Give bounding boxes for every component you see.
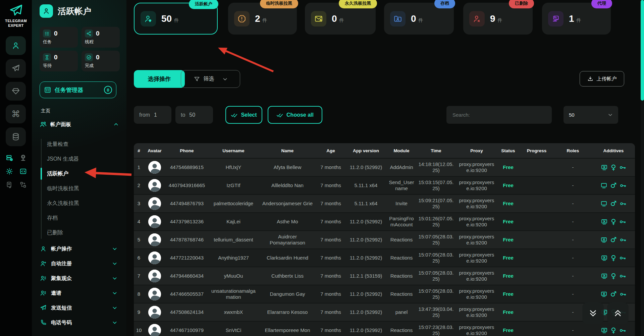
phone-cell: 447494876793 <box>165 201 208 207</box>
table-row[interactable]: 24407943916665IzGTIfAlllelddlto Nan7 mon… <box>134 176 635 194</box>
avatar-image <box>148 179 161 192</box>
username-cell: yMuuOu <box>208 273 259 279</box>
avatar-image <box>148 270 161 282</box>
rail-item-gem[interactable] <box>6 82 26 101</box>
sidebar-group-帐户操作[interactable]: 帐户操作 <box>40 241 119 256</box>
stat-label: 等待 <box>43 63 74 69</box>
sidebar-item-home[interactable]: 主页 <box>41 108 50 114</box>
rail-item-database[interactable] <box>6 127 26 146</box>
avatar-image <box>148 233 161 246</box>
additives-cell: ♀ <box>591 255 635 262</box>
command-icon: ⌘ <box>11 110 20 118</box>
age-cell: 7 months <box>316 237 345 243</box>
search-input[interactable] <box>452 112 546 118</box>
sidebar-item-已删除[interactable]: 已删除 <box>41 225 119 240</box>
summary-card-活跃帐户[interactable]: 活跃帐户50件 <box>134 3 218 35</box>
rail-item-command[interactable]: ⌘ <box>6 105 26 123</box>
row-number: 6 <box>134 255 144 261</box>
scroll-to-top-button[interactable] <box>607 302 629 324</box>
paper-plane-icon <box>40 304 47 311</box>
task-manager-button[interactable]: 任务管理器 0 <box>40 81 116 98</box>
summary-card-临时洗板拉黑[interactable]: 临时洗板拉黑2件 <box>228 3 297 35</box>
card-pill-label: 临时洗板拉黑 <box>260 0 298 8</box>
folder-person-icon <box>390 11 406 26</box>
table-row[interactable]: 7447944660434yMuuOuCuthbertx Liss7 month… <box>134 267 635 285</box>
rail-tool-person-node[interactable] <box>19 154 27 163</box>
select-action-button[interactable]: 选择操作 <box>134 70 185 88</box>
stat-label: 任务 <box>43 39 74 45</box>
proxy-server-icon <box>548 11 564 26</box>
age-cell: 7 months <box>316 273 345 279</box>
sidebar-item-批量检查[interactable]: 批量检查 <box>41 137 119 152</box>
range-to-input[interactable]: to 50 <box>175 106 213 124</box>
scrollbar-thumb[interactable] <box>641 0 644 101</box>
people-icon <box>40 121 47 128</box>
sidebar-item-临时洗板拉黑[interactable]: 临时洗板拉黑 <box>41 181 119 196</box>
table-row[interactable]: 9447508624134xwxmbXElararraro Kesoso7 mo… <box>134 303 635 321</box>
range-from-input[interactable]: from 1 <box>134 106 171 124</box>
male-icon: ♂ <box>610 200 617 207</box>
rail-tool-swap-boxes[interactable] <box>19 181 27 190</box>
sidebar-group-电话号码[interactable]: 电话号码 <box>40 315 119 330</box>
module-cell: Invite <box>387 201 416 207</box>
summary-card-代理[interactable]: 代理1件 <box>542 3 611 35</box>
stat-value: 0 <box>54 30 58 37</box>
chevron-up-icon <box>113 122 119 127</box>
row-number: 1 <box>134 164 144 170</box>
roles-cell: - <box>554 273 591 279</box>
time-cell: 15:03:15(07.05.25) <box>416 179 456 192</box>
sidebar-item-活跃帐户[interactable]: 活跃帐户 <box>41 166 119 181</box>
table-row[interactable]: 3447494876793palmettocoleridgeAndersonja… <box>134 194 635 212</box>
summary-card-存档[interactable]: 存档0件 <box>384 3 454 35</box>
additives-cell: ♀ <box>591 164 635 171</box>
filter-dropdown[interactable]: 筛选 <box>181 70 240 88</box>
page-title: 活跃帐户 <box>58 6 91 17</box>
column-header-app-version: App version <box>345 148 387 153</box>
sidebar-item-存档[interactable]: 存档 <box>41 211 119 225</box>
rail-item-person[interactable] <box>6 36 26 55</box>
table-row[interactable]: 8447466505537unsaturationamalgamationDan… <box>134 285 635 303</box>
status-badge: Free <box>503 164 514 170</box>
table-row[interactable]: 1447546889615HfUxjYAfyta Bellew7 months1… <box>134 158 635 176</box>
name-cell: Auidrcer Pomayrariarson <box>259 234 316 246</box>
choose-all-button[interactable]: Choose all <box>268 106 322 124</box>
row-number: 9 <box>134 309 144 315</box>
task-manager-badge: 0 <box>104 86 112 94</box>
rail-tool-code-window[interactable] <box>19 168 27 176</box>
stat-value: 0 <box>96 30 100 37</box>
select-range-button[interactable]: Select <box>225 106 262 124</box>
status-badge: Free <box>503 237 514 242</box>
paper-plane-icon <box>11 64 20 73</box>
rail-item-paper-plane[interactable] <box>6 59 26 78</box>
table-row[interactable]: 5447878768746tellurium_dassentAuidrcer P… <box>134 230 635 248</box>
table-row[interactable]: 10447467100979SnVtCiEllartemporeee Mon7 … <box>134 321 635 336</box>
sidebar-group-邀请[interactable]: 邀请 <box>40 286 119 300</box>
sidebar-group-发送短信[interactable]: 发送短信 <box>40 300 119 315</box>
app-logo: TELEGRAMEXPERT <box>0 3 32 28</box>
app-window: TELEGRAMEXPERT ⌘ 活跃帐户 0任务0线程0等待0完成 任务管理器… <box>0 0 644 336</box>
sidebar-group-account-panel[interactable]: 帐户面板 <box>40 121 119 128</box>
key-icon <box>619 164 626 171</box>
time-cell: 15:07:05(28.03.25) <box>416 288 456 300</box>
rail-tool-doc-check[interactable] <box>6 181 13 190</box>
age-cell: 7 months <box>316 219 345 225</box>
rail-tool-server-check[interactable] <box>6 154 13 163</box>
group-label: 发送短信 <box>51 304 72 312</box>
group-label: 自动注册 <box>51 260 72 267</box>
summary-card-已删除[interactable]: 已删除9件 <box>463 3 533 35</box>
summary-card-永久洗板拉黑[interactable]: 永久洗板拉黑0件 <box>305 3 376 35</box>
table-row[interactable]: 6447721220043Anything1927Clarksardin Hue… <box>134 248 635 267</box>
sidebar-item-JSON 生成器[interactable]: JSON 生成器 <box>41 152 119 166</box>
key-icon <box>620 236 627 243</box>
table-row[interactable]: 4447379813236KajLeiAsthe Mo7 months11.2.… <box>134 212 635 230</box>
page-size-select[interactable]: 50 <box>564 106 618 124</box>
card-pill-label: 已删除 <box>509 0 534 8</box>
status-cell: Free <box>497 164 519 170</box>
sidebar-group-聚集观众[interactable]: 聚集观众 <box>40 271 119 286</box>
scroll-to-bottom-button[interactable] <box>582 302 604 324</box>
sidebar-item-永久洗板拉黑[interactable]: 永久洗板拉黑 <box>41 196 119 211</box>
upload-accounts-button[interactable]: 上传帐户 <box>580 71 624 87</box>
sidebar-group-自动注册[interactable]: 自动注册 <box>40 256 119 271</box>
time-cell: 15:07:05(28.03.25) <box>416 252 456 264</box>
rail-tool-gear[interactable] <box>6 168 13 176</box>
